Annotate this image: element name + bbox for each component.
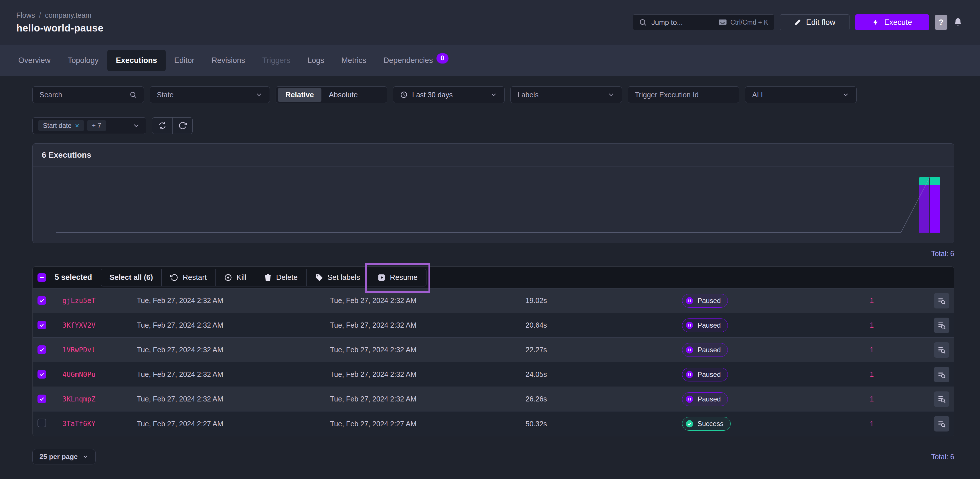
stop-circle-icon	[224, 274, 232, 282]
list-search-icon	[937, 346, 946, 354]
help-button[interactable]: ?	[935, 15, 947, 30]
list-search-icon	[937, 370, 946, 379]
executions-page: State Relative Absolute Last 30 days La	[0, 76, 980, 479]
preview-execution-button[interactable]	[934, 293, 950, 309]
time-range-label: Last 30 days	[412, 91, 485, 99]
set-labels-button[interactable]: Set labels	[306, 269, 369, 286]
restart-button[interactable]: Restart	[161, 269, 215, 286]
page-title: hello-world-pause	[16, 22, 103, 34]
duration: 20.64s	[525, 321, 682, 329]
execution-id-link[interactable]: 4UGmN0Pu	[62, 371, 137, 379]
labels-filter-label: Labels	[517, 91, 603, 99]
resume-button[interactable]: Resume	[369, 269, 426, 286]
edit-flow-button[interactable]: Edit flow	[780, 14, 850, 30]
bell-icon[interactable]	[953, 18, 963, 27]
preview-execution-button[interactable]	[934, 367, 950, 382]
dependencies-badge: 0	[436, 53, 449, 64]
kill-button[interactable]: Kill	[215, 269, 255, 286]
preview-execution-button[interactable]	[934, 342, 950, 358]
row-checkbox[interactable]	[38, 419, 46, 427]
table-row[interactable]: gjLzu5eT Tue, Feb 27, 2024 2:32 AM Tue, …	[33, 288, 954, 313]
task-count: 1	[835, 346, 909, 354]
tab-topology[interactable]: Topology	[59, 50, 107, 71]
tab-overview[interactable]: Overview	[10, 50, 59, 71]
per-page-dropdown[interactable]: 25 per page	[32, 449, 95, 465]
status-badge: Paused	[682, 343, 728, 357]
row-checkbox[interactable]	[38, 370, 46, 379]
select-all-button[interactable]: Select all (6)	[101, 269, 162, 286]
more-filters-chip[interactable]: + 7	[87, 120, 106, 131]
chart-canvas	[33, 167, 954, 241]
pencil-icon	[794, 19, 802, 26]
tab-logs[interactable]: Logs	[299, 50, 333, 71]
preview-execution-button[interactable]	[934, 318, 950, 333]
jump-to-search[interactable]: Jump to... Ctrl/Cmd + K	[633, 14, 774, 30]
chevron-down-icon	[842, 91, 850, 99]
tab-label: Triggers	[262, 56, 290, 65]
table-row[interactable]: 3KfYXV2V Tue, Feb 27, 2024 2:32 AM Tue, …	[33, 313, 954, 337]
delete-button[interactable]: Delete	[255, 269, 306, 286]
relative-toggle[interactable]: Relative	[278, 88, 321, 102]
tab-editor[interactable]: Editor	[166, 50, 203, 71]
shortcut-label: Ctrl/Cmd + K	[730, 19, 768, 26]
tab-metrics[interactable]: Metrics	[333, 50, 375, 71]
top-header: Flows / company.team hello-world-pause J…	[0, 0, 980, 45]
header-actions: Jump to... Ctrl/Cmd + K Edit flow E	[633, 14, 963, 30]
table-row[interactable]: 4UGmN0Pu Tue, Feb 27, 2024 2:32 AM Tue, …	[33, 362, 954, 387]
row-checkbox[interactable]	[38, 296, 46, 305]
table-row[interactable]: 3KLnqmpZ Tue, Feb 27, 2024 2:32 AM Tue, …	[33, 387, 954, 412]
filter-row: State Relative Absolute Last 30 days La	[32, 86, 954, 103]
reload-icon	[178, 121, 187, 130]
total-count-top: Total: 6	[32, 250, 954, 258]
execution-id-link[interactable]: gjLzu5eT	[62, 297, 137, 305]
row-checkbox[interactable]	[38, 321, 46, 329]
search-input[interactable]	[40, 91, 125, 99]
breadcrumb-namespace[interactable]: company.team	[45, 11, 91, 19]
date-filter-dropdown[interactable]: Start date × + 7	[32, 117, 146, 134]
refresh-button[interactable]	[172, 118, 192, 134]
status-label: Paused	[697, 321, 721, 329]
execution-id-link[interactable]: 3TaTf6KY	[62, 420, 137, 428]
select-all-checkbox[interactable]	[38, 273, 46, 282]
row-checkbox[interactable]	[38, 395, 46, 403]
auto-refresh-button[interactable]	[152, 118, 172, 134]
title-block: Flows / company.team hello-world-pause	[16, 11, 103, 34]
tab-revisions[interactable]: Revisions	[203, 50, 254, 71]
table-row[interactable]: 1VRwPDvl Tue, Feb 27, 2024 2:32 AM Tue, …	[33, 337, 954, 362]
play-box-icon	[377, 274, 385, 282]
time-range-dropdown[interactable]: Last 30 days	[393, 86, 504, 103]
bulk-actions-toolbar: 5 selected Select all (6) Restart Kill	[33, 267, 954, 288]
close-icon[interactable]: ×	[75, 121, 79, 130]
keyboard-icon	[718, 19, 727, 25]
clock-icon	[400, 91, 407, 99]
execution-id-link[interactable]: 3KfYXV2V	[62, 321, 137, 329]
trigger-execution-id-field[interactable]	[628, 86, 739, 103]
tab-label: Overview	[18, 56, 51, 65]
start-date: Tue, Feb 27, 2024 2:27 AM	[137, 420, 330, 428]
state-filter-dropdown[interactable]: State	[150, 86, 270, 103]
pause-circle-icon	[685, 370, 694, 379]
shortcut-hint: Ctrl/Cmd + K	[718, 19, 768, 26]
search-field[interactable]	[32, 86, 144, 103]
chart-title: 6 Executions	[33, 144, 954, 167]
execution-id-link[interactable]: 3KLnqmpZ	[62, 395, 137, 403]
labels-filter-dropdown[interactable]: Labels	[510, 86, 622, 103]
start-date-chip[interactable]: Start date ×	[38, 120, 84, 131]
breadcrumb-flows[interactable]: Flows	[16, 11, 35, 19]
tab-dependencies[interactable]: Dependencies 0	[375, 49, 457, 72]
absolute-toggle[interactable]: Absolute	[321, 88, 365, 102]
task-count: 1	[835, 395, 909, 403]
tab-executions[interactable]: Executions	[107, 50, 166, 71]
tab-label: Dependencies	[383, 56, 433, 65]
start-date: Tue, Feb 27, 2024 2:32 AM	[137, 346, 330, 354]
preview-execution-button[interactable]	[934, 416, 950, 431]
scope-dropdown[interactable]: ALL	[745, 86, 857, 103]
execute-button[interactable]: Execute	[855, 14, 929, 30]
end-date: Tue, Feb 27, 2024 2:32 AM	[330, 321, 525, 329]
row-checkbox[interactable]	[38, 345, 46, 354]
check-icon	[39, 322, 45, 328]
preview-execution-button[interactable]	[934, 391, 950, 407]
trigger-execution-id-input[interactable]	[635, 91, 732, 99]
table-row[interactable]: 3TaTf6KY Tue, Feb 27, 2024 2:27 AM Tue, …	[33, 412, 954, 436]
execution-id-link[interactable]: 1VRwPDvl	[62, 346, 137, 354]
